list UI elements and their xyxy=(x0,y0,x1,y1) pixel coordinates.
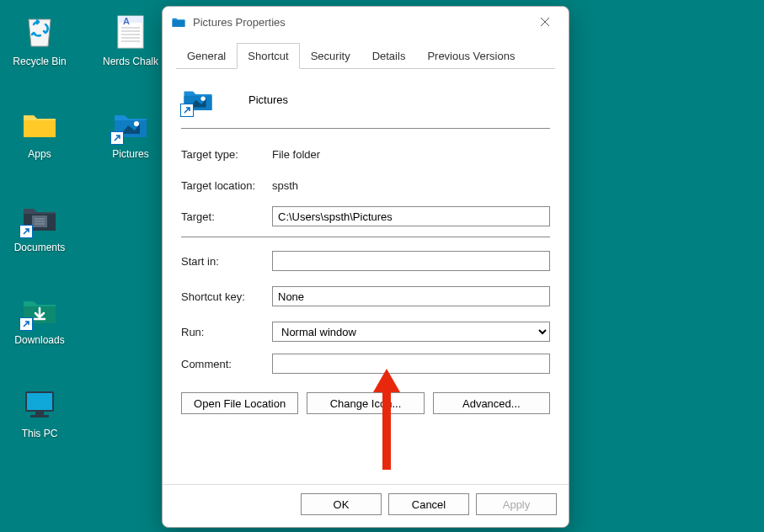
documents-label: Documents xyxy=(14,242,66,253)
change-icon-button[interactable]: Change Icon... xyxy=(307,392,424,414)
shortcut-name: Pictures xyxy=(248,93,288,106)
tab-bar: General Shortcut Security Details Previo… xyxy=(176,42,555,69)
apps-folder-icon[interactable]: Apps xyxy=(7,105,72,160)
cancel-button[interactable]: Cancel xyxy=(388,493,469,515)
apply-button[interactable]: Apply xyxy=(476,493,557,515)
start-in-label: Start in: xyxy=(181,255,272,268)
target-type-label: Target type: xyxy=(181,148,272,161)
svg-rect-16 xyxy=(30,415,49,418)
shortcut-arrow-badge xyxy=(180,104,194,117)
start-in-input[interactable] xyxy=(272,251,550,271)
svg-text:A: A xyxy=(123,16,130,26)
tab-previous-versions[interactable]: Previous Versions xyxy=(416,43,526,69)
open-file-location-button[interactable]: Open File Location xyxy=(181,392,298,414)
titlebar-folder-icon xyxy=(171,14,186,29)
pictures-shortcut-icon[interactable]: Pictures xyxy=(98,105,163,160)
shortcut-arrow-badge xyxy=(19,317,33,331)
shortcut-key-input[interactable] xyxy=(272,286,550,306)
this-pc-label: This PC xyxy=(22,428,58,439)
downloads-label: Downloads xyxy=(14,334,64,346)
tab-security[interactable]: Security xyxy=(300,43,361,69)
this-pc-icon[interactable]: This PC xyxy=(7,385,72,439)
target-location-value: spsth xyxy=(272,179,298,192)
target-input[interactable] xyxy=(272,206,550,226)
tab-general[interactable]: General xyxy=(176,43,237,69)
ok-button[interactable]: OK xyxy=(301,493,382,515)
downloads-shortcut-icon[interactable]: Downloads xyxy=(7,291,72,346)
properties-dialog: Pictures Properties General Shortcut Sec… xyxy=(162,6,569,528)
target-label: Target: xyxy=(181,210,272,223)
target-type-value: File folder xyxy=(272,148,320,161)
svg-rect-1 xyxy=(118,16,143,23)
run-select[interactable]: Normal window xyxy=(272,322,550,342)
shortcut-arrow-badge xyxy=(110,131,124,145)
svg-rect-14 xyxy=(27,393,52,410)
tab-shortcut[interactable]: Shortcut xyxy=(237,43,299,69)
comment-input[interactable] xyxy=(272,354,550,374)
pictures-label: Pictures xyxy=(112,148,148,160)
shortcut-arrow-badge xyxy=(19,225,33,238)
svg-point-17 xyxy=(200,97,205,101)
comment-label: Comment: xyxy=(181,358,272,370)
titlebar[interactable]: Pictures Properties xyxy=(163,7,569,35)
titlebar-title: Pictures Properties xyxy=(193,16,530,29)
close-button[interactable] xyxy=(530,10,560,34)
annotation-arrow xyxy=(370,369,403,470)
recycle-bin-icon[interactable]: Recycle Bin xyxy=(7,13,72,67)
recycle-bin-label: Recycle Bin xyxy=(13,56,66,67)
apps-label: Apps xyxy=(28,148,51,160)
target-location-label: Target location: xyxy=(181,179,272,192)
svg-point-8 xyxy=(134,121,139,126)
shortcut-icon-preview xyxy=(181,82,215,116)
nerds-chalk-icon[interactable]: A Nerds Chalk xyxy=(98,13,163,67)
tab-details[interactable]: Details xyxy=(361,43,417,69)
documents-shortcut-icon[interactable]: Documents xyxy=(7,199,72,253)
shortcut-key-label: Shortcut key: xyxy=(181,290,272,303)
nerds-chalk-label: Nerds Chalk xyxy=(103,56,158,67)
svg-rect-15 xyxy=(35,412,44,415)
advanced-button[interactable]: Advanced... xyxy=(433,392,550,414)
run-label: Run: xyxy=(181,326,272,338)
